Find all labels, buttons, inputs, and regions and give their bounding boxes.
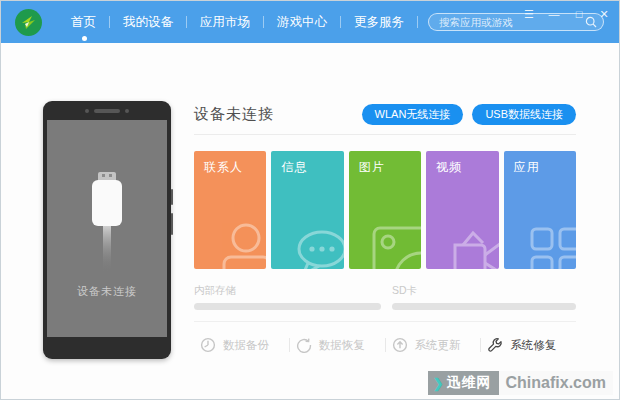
tile-label: 图片 <box>359 159 385 176</box>
action-label: 数据恢复 <box>319 338 365 353</box>
storage-section: 内部存储 SD卡 <box>194 284 576 310</box>
phone-side-button <box>171 213 173 235</box>
action-data-restore[interactable]: 数据恢复 <box>290 337 385 353</box>
app-logo-icon[interactable] <box>15 9 42 36</box>
usb-connect-button[interactable]: USB数据线连接 <box>472 104 576 125</box>
action-system-repair[interactable]: 系统修复 <box>481 337 576 353</box>
menu-icon[interactable]: ☰ <box>522 7 536 21</box>
phone-side-button <box>171 189 173 205</box>
title-divider <box>194 134 576 135</box>
tile-pictures[interactable]: 图片 <box>349 151 421 269</box>
sd-card-storage-bar <box>392 303 576 310</box>
phone-screen: 设备未连接 <box>47 120 167 337</box>
nav-divider <box>417 16 418 28</box>
nav-item-game-center[interactable]: 游戏中心 <box>264 1 340 43</box>
tile-label: 联系人 <box>204 159 243 176</box>
watermark-site-name: 迅维网 <box>447 374 492 392</box>
wlan-connect-button[interactable]: WLAN无线连接 <box>362 104 464 125</box>
apps-icon <box>526 223 576 269</box>
action-system-update[interactable]: 系统更新 <box>386 337 481 353</box>
top-nav-bar: 首页 我的设备 应用市场 游戏中心 更多服务 ☰ — □ ✕ <box>1 1 619 43</box>
usb-cable-icon <box>77 170 137 276</box>
close-icon[interactable]: ✕ <box>597 7 611 21</box>
sd-card-storage: SD卡 <box>392 284 576 310</box>
picture-icon <box>371 223 421 269</box>
watermark: ❯ 迅维网 Chinafix.com <box>428 371 613 395</box>
nav-item-app-market[interactable]: 应用市场 <box>187 1 263 43</box>
chevron-icon: ❯ <box>433 377 444 390</box>
actions-row: 数据备份 数据恢复 系统更新 <box>194 334 576 356</box>
tile-label: 视频 <box>436 159 462 176</box>
video-icon <box>449 225 499 269</box>
window-controls: ☰ — □ ✕ <box>522 7 611 21</box>
section-divider <box>194 321 576 322</box>
phone-status-text: 设备未连接 <box>77 284 137 299</box>
tile-label: 信息 <box>281 159 307 176</box>
phone-illustration: 设备未连接 <box>43 101 171 359</box>
backup-icon <box>200 337 216 353</box>
action-label: 数据备份 <box>223 338 269 353</box>
watermark-domain: Chinafix.com <box>499 371 613 395</box>
nav-item-my-device[interactable]: 我的设备 <box>110 1 186 43</box>
tile-label: 应用 <box>514 159 540 176</box>
contact-icon <box>216 221 266 269</box>
update-icon <box>392 337 408 353</box>
tile-contacts[interactable]: 联系人 <box>194 151 266 269</box>
internal-storage: 内部存储 <box>194 284 381 310</box>
internal-storage-bar <box>194 303 381 310</box>
tile-videos[interactable]: 视频 <box>426 151 498 269</box>
action-label: 系统更新 <box>415 338 461 353</box>
page-title: 设备未连接 <box>194 105 274 124</box>
tile-apps[interactable]: 应用 <box>504 151 576 269</box>
storage-label: 内部存储 <box>194 284 381 298</box>
repair-icon <box>487 337 503 353</box>
category-tiles: 联系人 信息 图片 <box>194 151 576 269</box>
tile-messages[interactable]: 信息 <box>271 151 343 269</box>
storage-label: SD卡 <box>392 284 576 298</box>
action-data-backup[interactable]: 数据备份 <box>194 337 289 353</box>
phone-earpiece <box>43 109 171 113</box>
restore-icon <box>296 337 312 353</box>
minimize-icon[interactable]: — <box>547 7 561 21</box>
main-panel: 设备未连接 WLAN无线连接 USB数据线连接 联系人 信息 <box>194 101 576 356</box>
message-icon <box>294 225 344 269</box>
main-nav: 首页 我的设备 应用市场 游戏中心 更多服务 <box>58 1 418 43</box>
watermark-badge: ❯ 迅维网 <box>428 371 499 395</box>
nav-item-home[interactable]: 首页 <box>58 1 109 43</box>
app-window: 首页 我的设备 应用市场 游戏中心 更多服务 ☰ — □ ✕ <box>0 0 620 400</box>
maximize-icon[interactable]: □ <box>572 7 586 21</box>
action-label: 系统修复 <box>510 338 556 353</box>
nav-item-more-services[interactable]: 更多服务 <box>341 1 417 43</box>
